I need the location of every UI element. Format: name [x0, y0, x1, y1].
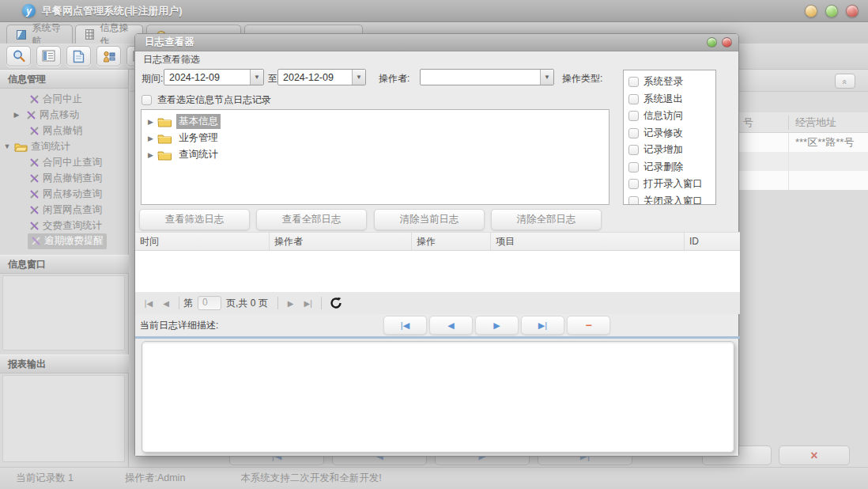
form-tool-button[interactable] — [36, 46, 61, 66]
log-description-textarea[interactable] — [142, 341, 734, 453]
clear-current-logs-button[interactable]: 清除当前日志 — [374, 209, 485, 230]
checkbox-unchecked[interactable] — [142, 95, 152, 105]
tab-system-nav[interactable]: 系统导航 — [6, 25, 73, 44]
collapse-panel-button[interactable]: « — [835, 74, 855, 89]
page-prev-button[interactable]: ◀ — [157, 295, 175, 311]
record-delete-button[interactable]: − — [567, 316, 610, 335]
background-close-record-button[interactable]: × — [779, 445, 850, 465]
checkbox-unchecked[interactable] — [628, 179, 639, 189]
operator-label: 操作者: — [379, 72, 409, 85]
minimize-button[interactable] — [805, 5, 817, 17]
col-operation[interactable]: 操作 — [412, 233, 491, 250]
expand-right-icon[interactable]: ▶ — [148, 135, 157, 142]
type-option-row[interactable]: 信息访问 — [628, 108, 715, 125]
dialog-titlebar[interactable]: 日志查看器 — [135, 34, 738, 51]
maximize-button[interactable] — [825, 5, 838, 17]
clear-all-logs-button[interactable]: 清除全部日志 — [491, 209, 602, 230]
log-pager: |◀ ◀ 第 0 页,共 0 页 ▶ ▶| — [135, 292, 740, 314]
log-viewer-dialog: 日志查看器 日志查看筛选 期间: 2024-12-09 ▼ 至 2024-12-… — [134, 33, 739, 457]
type-option-row[interactable]: 系统登录 — [628, 74, 715, 91]
type-option-row[interactable]: 关闭录入窗口 — [628, 193, 715, 206]
app-window: y 早餐网点管理系统(非注册用户) 系统导航 信息操作 — [0, 0, 868, 489]
operation-type-list[interactable]: 系统登录 系统退出 信息访问 记录修改 记录增加 记录删除 — [623, 70, 716, 205]
date-to-value: 2024-12-09 — [278, 72, 352, 83]
log-table-header: 时间 操作者 操作 项目 ID — [135, 232, 740, 251]
operator-combo[interactable]: ▼ — [420, 69, 554, 85]
node-filter-checkbox-row[interactable]: 查看选定信息节点日志记录 — [142, 93, 271, 107]
expand-down-icon[interactable]: ▼ — [3, 142, 11, 150]
checkbox-unchecked[interactable] — [628, 94, 639, 104]
checkbox-unchecked[interactable] — [628, 77, 639, 87]
type-option-row[interactable]: 记录修改 — [628, 125, 715, 142]
info-node-tree[interactable]: ▶ 基本信息 ▶ 业务管理 ▶ 查询统计 — [141, 109, 609, 205]
tree-node-basic-info[interactable]: ▶ 基本信息 — [142, 113, 609, 130]
refresh-button[interactable] — [326, 295, 346, 311]
sidebar-item-contract-stop[interactable]: 合同中止 — [0, 91, 129, 107]
window-title: 早餐网点管理系统(非注册用户) — [42, 4, 183, 18]
record-last-button[interactable]: ▶| — [521, 316, 564, 335]
col-id[interactable]: ID — [685, 233, 740, 250]
dialog-close-button[interactable] — [722, 37, 732, 47]
sidebar-section-report-output[interactable]: 报表输出 — [0, 354, 129, 373]
date-from-combo[interactable]: 2024-12-09 ▼ — [164, 69, 264, 85]
sidebar-folder-query-stats[interactable]: ▼ 查询统计 — [0, 138, 129, 154]
sidebar-item-site-move[interactable]: ▶ 网点移动 — [0, 107, 129, 123]
folder-icon — [157, 116, 172, 127]
column-address: 经营地址 — [789, 116, 836, 130]
checkbox-unchecked[interactable] — [628, 145, 639, 155]
refresh-icon — [330, 297, 342, 309]
document-tool-button[interactable] — [66, 46, 91, 66]
page-last-button[interactable]: ▶| — [300, 295, 317, 311]
dialog-maximize-button[interactable] — [707, 37, 717, 47]
checkbox-unchecked[interactable] — [628, 128, 639, 138]
chevron-down-icon[interactable]: ▼ — [352, 70, 365, 85]
close-button[interactable] — [846, 5, 859, 17]
record-first-button[interactable]: |◀ — [383, 316, 427, 335]
info-window-panel — [2, 275, 125, 351]
tab-info-ops[interactable]: 信息操作 — [75, 25, 143, 44]
expand-right-icon[interactable]: ▶ — [148, 118, 157, 126]
sidebar-item-site-move-query[interactable]: 网点移动查询 — [0, 186, 129, 202]
date-to-label: 至 — [268, 72, 277, 85]
page-next-button[interactable]: ▶ — [282, 295, 300, 311]
sidebar-item-site-cancel[interactable]: 网点撤销 — [0, 123, 129, 138]
sidebar-item-overdue-payment-reminder[interactable]: 逾期缴费提醒 — [0, 233, 129, 249]
chevron-down-icon[interactable]: ▼ — [540, 70, 553, 85]
checkbox-unchecked[interactable] — [628, 196, 639, 205]
date-from-value: 2024-12-09 — [164, 72, 250, 83]
tree-node-query-stats[interactable]: ▶ 查询统计 — [142, 146, 609, 163]
user-report-tool-button[interactable] — [96, 46, 121, 66]
checkbox-unchecked[interactable] — [628, 162, 639, 172]
tool-icon — [29, 157, 40, 168]
type-option-row[interactable]: 系统退出 — [628, 91, 715, 108]
log-table-body[interactable] — [135, 251, 740, 292]
search-tool-button[interactable] — [6, 46, 31, 66]
record-count-status: 当前记录数 1 — [16, 472, 74, 485]
divider — [135, 336, 740, 339]
sidebar-item-payment-query-stats[interactable]: 交费查询统计 — [0, 218, 129, 233]
sidebar-item-idle-site-query[interactable]: 闲置网点查询 — [0, 202, 129, 218]
tool-icon — [26, 110, 36, 120]
sidebar-section-info-mgmt[interactable]: 信息管理 — [0, 70, 128, 89]
sidebar-item-site-cancel-query[interactable]: 网点撤销查询 — [0, 170, 129, 186]
tree-node-business-mgmt[interactable]: ▶ 业务管理 — [142, 130, 609, 146]
page-first-button[interactable]: |◀ — [140, 295, 157, 311]
view-all-logs-button[interactable]: 查看全部日志 — [256, 209, 367, 230]
col-time[interactable]: 时间 — [135, 233, 270, 250]
view-filtered-logs-button[interactable]: 查看筛选日志 — [139, 209, 250, 230]
expand-right-icon[interactable]: ▶ — [148, 151, 157, 159]
type-option-row[interactable]: 记录删除 — [628, 159, 715, 176]
col-operator[interactable]: 操作者 — [270, 233, 412, 250]
chevron-down-icon[interactable]: ▼ — [250, 70, 263, 85]
date-to-combo[interactable]: 2024-12-09 ▼ — [277, 69, 366, 85]
col-project[interactable]: 项目 — [491, 233, 685, 250]
sidebar-item-contract-stop-query[interactable]: 合同中止查询 — [0, 154, 129, 170]
sidebar-section-info-window[interactable]: 信息窗口 — [0, 255, 129, 274]
checkbox-unchecked[interactable] — [628, 111, 639, 121]
type-option-row[interactable]: 打开录入窗口 — [628, 176, 715, 193]
expand-right-icon[interactable]: ▶ — [13, 111, 21, 119]
record-prev-button[interactable]: ◀ — [429, 316, 473, 335]
type-option-row[interactable]: 记录增加 — [628, 142, 715, 159]
page-number-input[interactable]: 0 — [198, 296, 221, 310]
record-next-button[interactable]: ▶ — [475, 316, 519, 335]
